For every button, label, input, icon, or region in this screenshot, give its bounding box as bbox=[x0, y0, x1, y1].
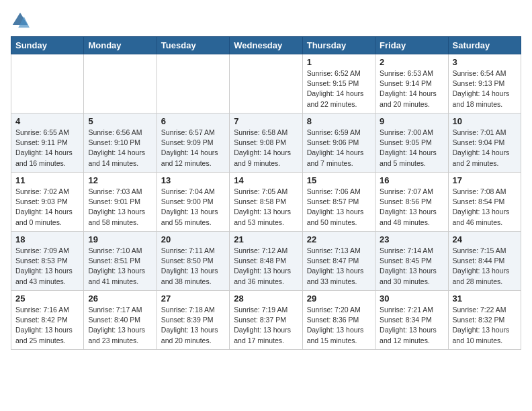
day-number: 21 bbox=[234, 234, 298, 244]
day-cell: 2Sunrise: 6:53 AM Sunset: 9:14 PM Daylig… bbox=[375, 54, 448, 113]
day-info: Sunrise: 6:55 AM Sunset: 9:11 PM Dayligh… bbox=[15, 128, 79, 169]
logo-icon bbox=[11, 11, 30, 30]
day-number: 4 bbox=[15, 116, 79, 126]
day-cell: 8Sunrise: 6:59 AM Sunset: 9:06 PM Daylig… bbox=[302, 113, 375, 173]
weekday-friday: Friday bbox=[375, 37, 448, 54]
day-number: 1 bbox=[307, 57, 371, 67]
day-info: Sunrise: 7:15 AM Sunset: 8:44 PM Dayligh… bbox=[453, 246, 517, 287]
day-number: 6 bbox=[161, 116, 225, 126]
day-number: 2 bbox=[380, 57, 443, 67]
day-cell: 17Sunrise: 7:08 AM Sunset: 8:54 PM Dayli… bbox=[448, 173, 521, 232]
day-number: 11 bbox=[15, 175, 79, 185]
day-info: Sunrise: 7:08 AM Sunset: 8:54 PM Dayligh… bbox=[453, 187, 517, 228]
day-info: Sunrise: 6:54 AM Sunset: 9:13 PM Dayligh… bbox=[453, 68, 517, 109]
day-number: 13 bbox=[161, 175, 225, 185]
week-row-3: 11Sunrise: 7:02 AM Sunset: 9:03 PM Dayli… bbox=[11, 173, 521, 232]
day-cell: 22Sunrise: 7:13 AM Sunset: 8:47 PM Dayli… bbox=[302, 232, 375, 291]
day-cell: 28Sunrise: 7:19 AM Sunset: 8:37 PM Dayli… bbox=[230, 291, 302, 350]
day-cell: 23Sunrise: 7:14 AM Sunset: 8:45 PM Dayli… bbox=[375, 232, 448, 291]
day-number: 28 bbox=[234, 293, 298, 304]
day-number: 23 bbox=[380, 234, 443, 244]
weekday-tuesday: Tuesday bbox=[157, 37, 229, 54]
day-number: 22 bbox=[307, 234, 371, 244]
day-number: 10 bbox=[453, 116, 517, 126]
day-number: 27 bbox=[161, 293, 225, 304]
day-number: 26 bbox=[88, 293, 152, 304]
day-cell: 7Sunrise: 6:58 AM Sunset: 9:08 PM Daylig… bbox=[230, 113, 302, 173]
day-cell: 18Sunrise: 7:09 AM Sunset: 8:53 PM Dayli… bbox=[11, 232, 84, 291]
day-cell: 24Sunrise: 7:15 AM Sunset: 8:44 PM Dayli… bbox=[448, 232, 521, 291]
day-info: Sunrise: 6:56 AM Sunset: 9:10 PM Dayligh… bbox=[88, 128, 152, 169]
week-row-2: 4Sunrise: 6:55 AM Sunset: 9:11 PM Daylig… bbox=[11, 113, 521, 173]
day-number: 3 bbox=[453, 57, 517, 67]
day-number: 15 bbox=[307, 175, 371, 185]
day-number: 16 bbox=[380, 175, 443, 185]
day-info: Sunrise: 6:57 AM Sunset: 9:09 PM Dayligh… bbox=[161, 128, 225, 169]
day-number: 25 bbox=[15, 293, 79, 304]
day-cell: 27Sunrise: 7:18 AM Sunset: 8:39 PM Dayli… bbox=[157, 291, 229, 350]
day-cell: 19Sunrise: 7:10 AM Sunset: 8:51 PM Dayli… bbox=[84, 232, 157, 291]
weekday-wednesday: Wednesday bbox=[230, 37, 302, 54]
day-info: Sunrise: 7:10 AM Sunset: 8:51 PM Dayligh… bbox=[88, 246, 152, 287]
day-number: 7 bbox=[234, 116, 298, 126]
page-header bbox=[11, 11, 521, 30]
day-info: Sunrise: 6:58 AM Sunset: 9:08 PM Dayligh… bbox=[234, 128, 298, 169]
day-info: Sunrise: 7:22 AM Sunset: 8:32 PM Dayligh… bbox=[453, 305, 517, 346]
day-cell: 1Sunrise: 6:52 AM Sunset: 9:15 PM Daylig… bbox=[302, 54, 375, 113]
week-row-5: 25Sunrise: 7:16 AM Sunset: 8:42 PM Dayli… bbox=[11, 291, 521, 350]
day-cell bbox=[157, 54, 229, 113]
day-number: 5 bbox=[88, 116, 152, 126]
day-info: Sunrise: 7:03 AM Sunset: 9:01 PM Dayligh… bbox=[88, 187, 152, 228]
day-info: Sunrise: 7:21 AM Sunset: 8:34 PM Dayligh… bbox=[380, 305, 443, 346]
day-cell: 11Sunrise: 7:02 AM Sunset: 9:03 PM Dayli… bbox=[11, 173, 84, 232]
day-info: Sunrise: 6:53 AM Sunset: 9:14 PM Dayligh… bbox=[380, 68, 443, 109]
day-info: Sunrise: 7:13 AM Sunset: 8:47 PM Dayligh… bbox=[307, 246, 371, 287]
day-info: Sunrise: 7:01 AM Sunset: 9:04 PM Dayligh… bbox=[453, 128, 517, 169]
weekday-saturday: Saturday bbox=[448, 37, 521, 54]
day-cell bbox=[230, 54, 302, 113]
day-number: 9 bbox=[380, 116, 443, 126]
day-info: Sunrise: 7:05 AM Sunset: 8:58 PM Dayligh… bbox=[234, 187, 298, 228]
day-cell: 14Sunrise: 7:05 AM Sunset: 8:58 PM Dayli… bbox=[230, 173, 302, 232]
day-number: 8 bbox=[307, 116, 371, 126]
day-info: Sunrise: 7:18 AM Sunset: 8:39 PM Dayligh… bbox=[161, 305, 225, 346]
day-cell: 12Sunrise: 7:03 AM Sunset: 9:01 PM Dayli… bbox=[84, 173, 157, 232]
day-cell: 31Sunrise: 7:22 AM Sunset: 8:32 PM Dayli… bbox=[448, 291, 521, 350]
day-info: Sunrise: 7:00 AM Sunset: 9:05 PM Dayligh… bbox=[380, 128, 443, 169]
day-info: Sunrise: 7:20 AM Sunset: 8:36 PM Dayligh… bbox=[307, 305, 371, 346]
day-info: Sunrise: 7:11 AM Sunset: 8:50 PM Dayligh… bbox=[161, 246, 225, 287]
day-cell: 4Sunrise: 6:55 AM Sunset: 9:11 PM Daylig… bbox=[11, 113, 84, 173]
day-number: 18 bbox=[15, 234, 79, 244]
day-cell: 26Sunrise: 7:17 AM Sunset: 8:40 PM Dayli… bbox=[84, 291, 157, 350]
day-info: Sunrise: 7:07 AM Sunset: 8:56 PM Dayligh… bbox=[380, 187, 443, 228]
day-info: Sunrise: 6:52 AM Sunset: 9:15 PM Dayligh… bbox=[307, 68, 371, 109]
day-number: 20 bbox=[161, 234, 225, 244]
day-cell: 13Sunrise: 7:04 AM Sunset: 9:00 PM Dayli… bbox=[157, 173, 229, 232]
day-cell: 16Sunrise: 7:07 AM Sunset: 8:56 PM Dayli… bbox=[375, 173, 448, 232]
day-cell: 3Sunrise: 6:54 AM Sunset: 9:13 PM Daylig… bbox=[448, 54, 521, 113]
weekday-header-row: SundayMondayTuesdayWednesdayThursdayFrid… bbox=[11, 37, 521, 54]
day-number: 30 bbox=[380, 293, 443, 304]
day-info: Sunrise: 7:04 AM Sunset: 9:00 PM Dayligh… bbox=[161, 187, 225, 228]
day-info: Sunrise: 6:59 AM Sunset: 9:06 PM Dayligh… bbox=[307, 128, 371, 169]
day-cell: 5Sunrise: 6:56 AM Sunset: 9:10 PM Daylig… bbox=[84, 113, 157, 173]
weekday-thursday: Thursday bbox=[302, 37, 375, 54]
logo bbox=[11, 11, 32, 30]
day-cell bbox=[11, 54, 84, 113]
day-cell: 10Sunrise: 7:01 AM Sunset: 9:04 PM Dayli… bbox=[448, 113, 521, 173]
day-number: 29 bbox=[307, 293, 371, 304]
day-number: 31 bbox=[453, 293, 517, 304]
week-row-4: 18Sunrise: 7:09 AM Sunset: 8:53 PM Dayli… bbox=[11, 232, 521, 291]
day-cell bbox=[84, 54, 157, 113]
day-number: 24 bbox=[453, 234, 517, 244]
day-number: 19 bbox=[88, 234, 152, 244]
day-cell: 6Sunrise: 6:57 AM Sunset: 9:09 PM Daylig… bbox=[157, 113, 229, 173]
day-number: 12 bbox=[88, 175, 152, 185]
day-info: Sunrise: 7:06 AM Sunset: 8:57 PM Dayligh… bbox=[307, 187, 371, 228]
day-info: Sunrise: 7:02 AM Sunset: 9:03 PM Dayligh… bbox=[15, 187, 79, 228]
day-cell: 21Sunrise: 7:12 AM Sunset: 8:48 PM Dayli… bbox=[230, 232, 302, 291]
day-cell: 20Sunrise: 7:11 AM Sunset: 8:50 PM Dayli… bbox=[157, 232, 229, 291]
day-cell: 25Sunrise: 7:16 AM Sunset: 8:42 PM Dayli… bbox=[11, 291, 84, 350]
week-row-1: 1Sunrise: 6:52 AM Sunset: 9:15 PM Daylig… bbox=[11, 54, 521, 113]
weekday-sunday: Sunday bbox=[11, 37, 84, 54]
